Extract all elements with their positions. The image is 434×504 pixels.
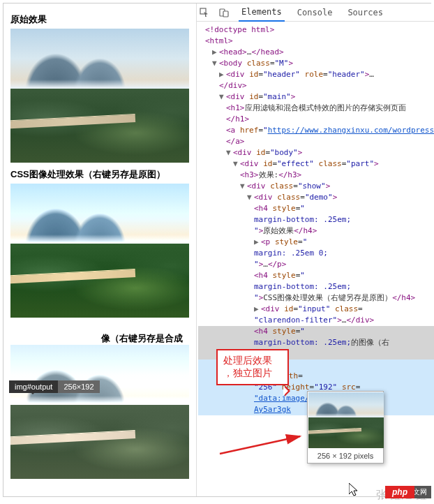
dom-h4-style2: margin-bottom: .25em;: [254, 282, 351, 291]
tab-sources[interactable]: Sources: [345, 3, 386, 22]
tooltip-selector: img#output: [9, 380, 58, 393]
inspect-icon[interactable]: [200, 8, 209, 17]
css-filtered-image[interactable]: [10, 184, 189, 318]
devtools-toolbar: Elements Console Sources: [197, 3, 434, 22]
dom-h4-1: 原始效果: [263, 226, 294, 235]
annotation-callout: 处理后效果 ，独立图片: [216, 349, 289, 385]
tab-console[interactable]: Console: [294, 3, 336, 22]
dom-h4-3: 的图像（右: [351, 338, 389, 347]
tooltip-size: 256×192: [58, 380, 99, 393]
element-inspect-tooltip: img#output 256×192: [9, 380, 100, 393]
heading-original: 原始效果: [10, 13, 189, 26]
original-image[interactable]: [10, 29, 189, 163]
page-preview-panel: 原始效果 CSS图像处理效果（右键另存是原图） x 像（右键另存是合成图） im…: [3, 3, 197, 496]
hover-dimensions: 256 × 192 pixels: [308, 449, 383, 463]
tab-elements[interactable]: Elements: [239, 3, 285, 22]
cursor-icon: [349, 483, 360, 497]
dom-h4-2: CSS图像处理效果（右键另存是原图）: [263, 293, 392, 302]
dom-link-href[interactable]: https://www.zhangxinxu.com/wordpress/?p=…: [268, 126, 434, 135]
svg-line-3: [220, 436, 300, 454]
dom-h3: 效果:: [259, 170, 279, 179]
annotation-arrow-icon: [216, 433, 307, 461]
device-toggle-icon[interactable]: [219, 8, 229, 17]
dom-p-style: margin: .25em 0;: [254, 249, 328, 258]
callout-line1: 处理后效果: [223, 355, 272, 366]
image-hover-preview: 256 × 192 pixels: [307, 391, 384, 464]
callout-line2: ，独立图片: [223, 367, 272, 378]
dom-selected-h4[interactable]: <h4 style=": [198, 326, 434, 337]
svg-rect-2: [223, 11, 228, 17]
hover-thumbnail: [308, 392, 384, 448]
dom-h4-style: margin-bottom: .25em;: [254, 215, 351, 224]
heading-css-effect: CSS图像处理效果（右键另存是原图）: [10, 168, 189, 181]
php-badge: php: [385, 486, 414, 498]
dom-h1-text: 应用滤镜和混合模式特效的图片的存储实例页面: [245, 103, 406, 112]
dom-doctype: <!doctype html>: [205, 25, 274, 34]
output-image[interactable]: [10, 345, 189, 479]
